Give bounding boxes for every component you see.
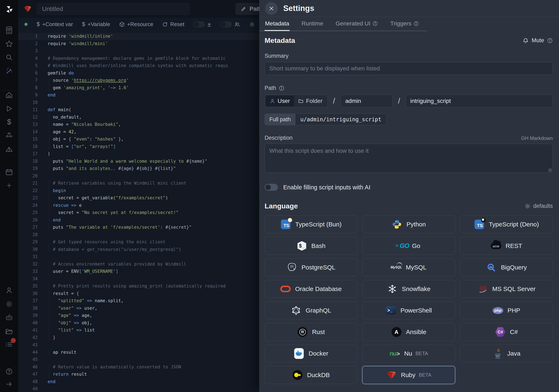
app-window-icon[interactable] (5, 26, 14, 35)
editor-settings-button[interactable] (249, 21, 255, 27)
script-title-input[interactable] (37, 3, 190, 15)
help-icon[interactable] (5, 367, 14, 376)
code-line: 18 puts "Hello World and a warm welcome … (18, 158, 259, 165)
language-typescript-bun[interactable]: TSTypeScript (Bun) (265, 215, 357, 233)
owner-kind-user[interactable]: User (266, 96, 294, 106)
line-number: 14 (18, 128, 43, 136)
code-line: 47 return result (18, 371, 259, 378)
line-number: 49 (18, 385, 43, 392)
description-textarea[interactable] (265, 144, 553, 173)
language-oracle-database[interactable]: Oracle Database (265, 280, 357, 298)
language-powershell[interactable]: >_PowerShell (362, 301, 455, 319)
dollar-icon: $ (82, 21, 85, 27)
code-line: 36 result = { (18, 290, 259, 297)
code-line: 3 (18, 47, 259, 55)
settings-drawer: Settings Metadata Runtime Generated UI T… (259, 0, 559, 392)
language-c[interactable]: C#C# (460, 323, 553, 341)
line-number: 10 (18, 99, 43, 106)
calendar-icon[interactable] (5, 168, 14, 177)
owner-kind-folder[interactable]: Folder (294, 96, 326, 106)
plus-icon[interactable] (5, 181, 14, 190)
ruby-language-icon (24, 5, 31, 13)
language-ruby[interactable]: RubyBETA (362, 366, 455, 384)
language-snowflake[interactable]: Snowflake (362, 280, 455, 298)
folder-option-label: Folder (306, 98, 322, 104)
language-bash[interactable]: $_Bash (265, 237, 357, 255)
ai-inputs-toggle[interactable] (265, 184, 278, 191)
list-icon[interactable] (5, 340, 14, 349)
docker-icon (294, 348, 304, 359)
language-graphql[interactable]: GraphQL (265, 301, 357, 319)
path-owner-input[interactable] (341, 95, 393, 107)
code-editor[interactable]: 1require 'windmill/inline'2require 'wind… (18, 31, 259, 392)
tab-runtime[interactable]: Runtime (301, 17, 324, 31)
bell-icon (522, 37, 529, 44)
close-button[interactable] (265, 2, 278, 15)
code-line: 41 "list" => list (18, 327, 259, 334)
language-nu[interactable]: nu>NuBETA (362, 345, 455, 362)
rust-icon: R (297, 327, 308, 337)
cubes-icon[interactable] (5, 131, 14, 140)
collab-toggle[interactable] (220, 21, 240, 27)
play-icon[interactable] (5, 104, 14, 113)
path-name-input[interactable] (406, 95, 553, 107)
language-docker[interactable]: Docker (265, 345, 357, 362)
user-icon[interactable] (5, 286, 14, 295)
gear-icon (249, 21, 255, 27)
line-number: 4 (18, 55, 43, 62)
language-label: GraphQL (306, 307, 331, 314)
windmill-logo[interactable] (5, 5, 14, 14)
code-line: 46 # Return value is automatically conve… (18, 364, 259, 371)
language-java[interactable]: JavaJava (460, 345, 553, 362)
line-number: 6 (18, 70, 43, 77)
java-icon: Java (492, 348, 503, 359)
language-python[interactable]: Python (362, 215, 455, 233)
toggle-switch[interactable] (220, 21, 232, 27)
full-path: Full path u/admin/intriguing_script (265, 114, 387, 125)
postgresql-icon (287, 262, 297, 273)
folder-icon[interactable] (5, 327, 14, 336)
mute-button[interactable]: Mute (522, 37, 553, 44)
language-ansible[interactable]: AAnsible (362, 323, 455, 341)
language-ms-sql-server[interactable]: MS SQL Server (460, 280, 553, 298)
language-duckdb[interactable]: DuckDB (265, 366, 357, 384)
language-rest[interactable]: HTTPREST (460, 237, 553, 255)
home-icon[interactable] (5, 91, 14, 100)
tab-triggers[interactable]: Triggers (390, 17, 419, 31)
arrow-right-icon[interactable] (5, 380, 14, 389)
line-number: 32 (18, 261, 43, 268)
gear-icon (524, 203, 531, 209)
line-number: 37 (18, 297, 43, 305)
tab-metadata[interactable]: Metadata (265, 17, 290, 31)
code-line: 27 puts "The variable at 'f/examples/sec… (18, 224, 259, 231)
language-go[interactable]: GOGo (362, 237, 455, 255)
reset-button[interactable]: Reset (162, 21, 184, 27)
line-number: 46 (18, 364, 43, 371)
dollar-icon[interactable]: $ (5, 118, 14, 127)
defaults-button[interactable]: defaults (524, 203, 553, 209)
add-resource-button[interactable]: +Resource (119, 21, 153, 27)
language-postgresql[interactable]: PostgreSQL (265, 258, 357, 276)
language-typescript-deno[interactable]: TSTypeScript (Deno) (460, 215, 553, 233)
robot-icon[interactable] (5, 313, 14, 322)
bigquery-icon (486, 262, 497, 273)
magic-wand-icon[interactable] (5, 66, 14, 75)
language-php[interactable]: phpPHP (460, 301, 553, 319)
search-icon[interactable] (5, 53, 14, 62)
gear-icon[interactable] (5, 300, 14, 309)
tab-generated-ui[interactable]: Generated UI (335, 17, 378, 31)
add-variable-button[interactable]: $ +Variable (82, 21, 110, 27)
star-icon[interactable] (5, 39, 14, 48)
language-label: Oracle Database (295, 285, 342, 292)
language-bigquery[interactable]: BigQuery (460, 258, 553, 276)
add-context-var-button[interactable]: $ +Context var (37, 21, 73, 27)
add-context-var-label: +Context var (42, 21, 73, 27)
code-line: 32 # Access environment variables provid… (18, 261, 259, 268)
pyramid-icon[interactable] (5, 145, 14, 154)
summary-input[interactable] (265, 62, 553, 75)
toggle-switch[interactable] (193, 21, 205, 27)
line-number: 33 (18, 268, 43, 275)
language-rust[interactable]: RRust (265, 323, 357, 341)
language-mysql[interactable]: MySQLMySQL (362, 258, 455, 276)
diff-toggle[interactable]: ± (193, 21, 211, 28)
